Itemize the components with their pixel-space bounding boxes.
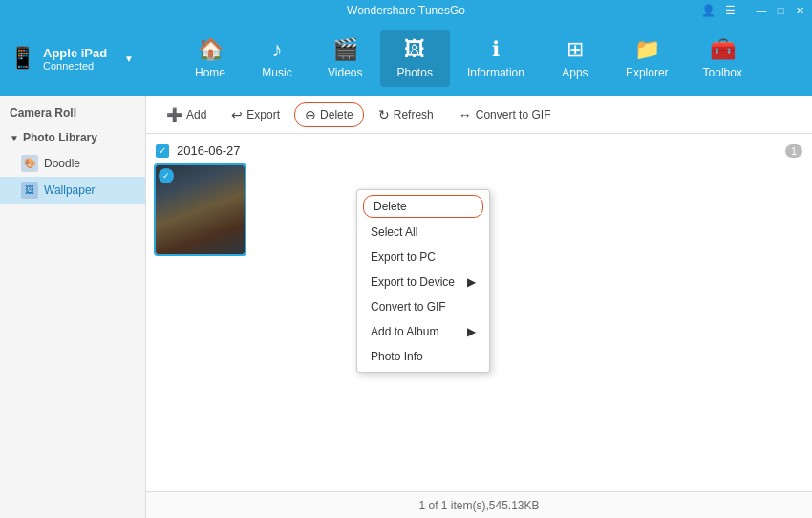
ctx-add-to-album[interactable]: Add to Album ▶ <box>357 319 489 344</box>
photo-thumbnail[interactable]: ✓ <box>156 165 245 254</box>
ctx-export-pc-label: Export to PC <box>371 250 436 264</box>
device-status: Connected <box>43 60 117 72</box>
wallpaper-label: Wallpaper <box>44 183 96 197</box>
delete-button[interactable]: ⊖ Delete <box>294 102 364 127</box>
sidebar-item-doodle[interactable]: 🎨 Doodle <box>0 150 145 177</box>
music-icon: ♪ <box>272 37 283 62</box>
delete-label: Delete <box>320 108 353 121</box>
export-icon: ↩ <box>231 107 243 122</box>
ctx-add-to-album-arrow: ▶ <box>467 325 476 338</box>
app-title: Wondershare TunesGo <box>347 4 465 17</box>
ctx-photo-info-label: Photo Info <box>371 350 423 363</box>
date-header: ✓ 2016-06-27 1 <box>156 143 802 158</box>
context-menu: Delete Select All Export to PC Export to… <box>356 189 490 373</box>
date-checkbox[interactable]: ✓ <box>156 144 169 158</box>
navbar: 📱 Apple iPad Connected ▼ 🏠 Home ♪ Music … <box>0 21 812 96</box>
toolbox-icon: 🧰 <box>710 37 736 62</box>
home-label: Home <box>195 66 225 79</box>
photos-label: Photos <box>397 66 433 79</box>
ctx-export-pc[interactable]: Export to PC <box>357 245 489 270</box>
sidebar-photo-library-label: Photo Library <box>23 131 97 144</box>
information-label: Information <box>467 66 524 79</box>
nav-apps[interactable]: ⊞ Apps <box>542 30 609 87</box>
photo-check-icon: ✓ <box>159 168 174 183</box>
photo-area: ✓ 2016-06-27 1 ✓ Delete Select All <box>146 134 812 491</box>
home-icon: 🏠 <box>198 37 224 62</box>
explorer-icon: 📁 <box>634 37 660 62</box>
ctx-add-to-album-label: Add to Album <box>371 325 438 338</box>
ctx-export-device-label: Export to Device <box>371 275 455 289</box>
sidebar-item-wallpaper[interactable]: 🖼 Wallpaper <box>0 177 145 204</box>
statusbar-text: 1 of 1 item(s),545.13KB <box>418 499 539 512</box>
apps-icon: ⊞ <box>566 37 584 62</box>
main-layout: Camera Roll ▼ Photo Library 🎨 Doodle 🖼 W… <box>0 96 812 518</box>
ctx-export-device[interactable]: Export to Device ▶ <box>357 270 489 294</box>
refresh-button[interactable]: ↻ Refresh <box>368 102 444 127</box>
doodle-thumbnail: 🎨 <box>21 155 38 172</box>
ctx-convert-gif[interactable]: Convert to GIF <box>357 294 489 319</box>
information-icon: ℹ <box>492 37 500 62</box>
ctx-select-all[interactable]: Select All <box>357 220 489 245</box>
device-icon: 📱 <box>10 46 35 71</box>
export-button[interactable]: ↩ Export <box>221 102 290 127</box>
titlebar: Wondershare TunesGo 👤 ☰ — □ ✕ <box>0 0 812 21</box>
export-label: Export <box>246 108 280 121</box>
titlebar-icon-group: 👤 ☰ <box>701 4 736 17</box>
device-text: Apple iPad Connected <box>43 46 117 72</box>
sidebar-camera-roll[interactable]: Camera Roll <box>0 100 145 125</box>
convert-gif-icon: ↔ <box>459 107 472 122</box>
ctx-photo-info[interactable]: Photo Info <box>357 344 489 369</box>
close-button[interactable]: ✕ <box>793 5 806 17</box>
videos-label: Videos <box>328 66 362 79</box>
statusbar: 1 of 1 item(s),545.13KB <box>146 491 812 518</box>
nav-items: 🏠 Home ♪ Music 🎬 Videos 🖼 Photos ℹ Infor… <box>134 30 802 87</box>
chevron-down-icon: ▼ <box>10 133 19 143</box>
device-dropdown-icon[interactable]: ▼ <box>124 54 134 64</box>
refresh-icon: ↻ <box>378 107 390 122</box>
nav-home[interactable]: 🏠 Home <box>177 30 244 87</box>
content-area: ➕ Add ↩ Export ⊖ Delete ↻ Refresh ↔ Conv… <box>146 96 812 518</box>
wallpaper-thumbnail: 🖼 <box>21 182 38 199</box>
ctx-select-all-label: Select All <box>371 226 417 239</box>
refresh-label: Refresh <box>394 108 434 121</box>
toolbar: ➕ Add ↩ Export ⊖ Delete ↻ Refresh ↔ Conv… <box>146 96 812 134</box>
apps-label: Apps <box>562 66 588 79</box>
nav-videos[interactable]: 🎬 Videos <box>310 30 379 87</box>
explorer-label: Explorer <box>626 66 669 79</box>
nav-information[interactable]: ℹ Information <box>450 30 542 87</box>
user-icon[interactable]: 👤 <box>701 4 716 17</box>
music-label: Music <box>262 66 291 79</box>
menu-icon[interactable]: ☰ <box>725 4 736 17</box>
ctx-delete-label: Delete <box>374 200 407 213</box>
doodle-label: Doodle <box>44 157 80 170</box>
device-info[interactable]: 📱 Apple iPad Connected ▼ <box>10 46 134 72</box>
window-controls: — □ ✕ <box>755 5 806 17</box>
convert-gif-button[interactable]: ↔ Convert to GIF <box>448 102 562 127</box>
ctx-delete[interactable]: Delete <box>363 195 483 218</box>
video-icon: 🎬 <box>332 37 358 62</box>
ctx-convert-gif-label: Convert to GIF <box>371 300 446 313</box>
maximize-button[interactable]: □ <box>774 5 787 16</box>
sidebar-photo-library-group[interactable]: ▼ Photo Library <box>0 125 145 150</box>
device-name: Apple iPad <box>43 46 117 60</box>
nav-explorer[interactable]: 📁 Explorer <box>609 30 686 87</box>
nav-toolbox[interactable]: 🧰 Toolbox <box>686 30 759 87</box>
ctx-export-device-arrow: ▶ <box>467 275 476 289</box>
nav-photos[interactable]: 🖼 Photos <box>380 30 450 87</box>
photos-icon: 🖼 <box>404 37 425 62</box>
minimize-button[interactable]: — <box>755 5 768 16</box>
add-label: Add <box>186 108 206 121</box>
date-label: 2016-06-27 <box>177 143 241 158</box>
nav-music[interactable]: ♪ Music <box>244 30 310 87</box>
add-button[interactable]: ➕ Add <box>156 102 217 127</box>
date-count: 1 <box>785 144 802 158</box>
delete-icon: ⊖ <box>305 107 316 122</box>
sidebar: Camera Roll ▼ Photo Library 🎨 Doodle 🖼 W… <box>0 96 146 518</box>
convert-gif-label: Convert to GIF <box>476 108 551 121</box>
toolbox-label: Toolbox <box>703 66 742 79</box>
add-icon: ➕ <box>166 107 182 122</box>
